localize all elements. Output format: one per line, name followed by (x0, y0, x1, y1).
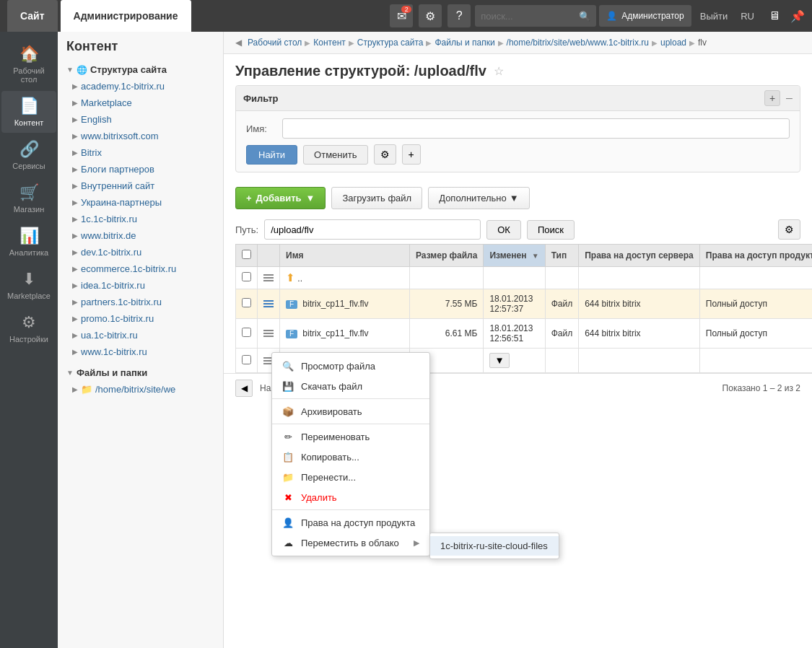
tree-item-files[interactable]: ▼ Файлы и папки (58, 364, 223, 381)
file-rights-server: 644 bitrix bitrix (579, 319, 700, 349)
row-menu-icon[interactable] (263, 330, 274, 337)
filter-minimize-button[interactable]: – (786, 92, 793, 105)
col-header-rights-server[interactable]: Права на доступ сервера (579, 245, 700, 267)
content-sidebar: Контент ▼ 🌐 Структура сайта ▶ academy.1c… (58, 32, 224, 648)
tree-item-structure[interactable]: ▼ 🌐 Структура сайта (58, 61, 223, 78)
ctx-delete[interactable]: ✖ Удалить (272, 487, 429, 507)
row-menu-icon[interactable] (263, 274, 274, 281)
tree-label: www.1c-bitrix.ru (81, 346, 147, 357)
tree-item-bitrix[interactable]: ▶ Bitrix (58, 144, 223, 161)
tree-item-ecommerce[interactable]: ▶ ecommerce.1c-bitrix.ru (58, 260, 223, 277)
col-header-name[interactable]: Имя (280, 245, 410, 267)
col-header-rights-product[interactable]: Права на доступ продукта (699, 245, 812, 267)
tree-item-1c[interactable]: ▶ 1c.1c-bitrix.ru (58, 211, 223, 227)
tree-item-dev[interactable]: ▶ dev.1c-bitrix.ru (58, 244, 223, 260)
breadcrumb-path[interactable]: /home/bitrix/site/web/www.1c-bitrix.ru (507, 38, 649, 48)
user-menu[interactable]: 👤 Администратор (599, 5, 691, 27)
tree-item-bitrixde[interactable]: ▶ www.bitrix.de (58, 227, 223, 244)
breadcrumb-structure[interactable]: Структура сайта (357, 38, 424, 48)
filter-gear-button[interactable]: ⚙ (374, 144, 396, 165)
col-header-menu (258, 245, 280, 267)
breadcrumb-upload[interactable]: upload (660, 38, 686, 48)
tree-arrow: ▶ (72, 99, 78, 107)
breadcrumb-files[interactable]: Файлы и папки (435, 38, 494, 48)
filter-find-button[interactable]: Найти (246, 145, 297, 165)
path-ok-button[interactable]: ОК (486, 220, 521, 240)
tree-item-ukraine[interactable]: ▶ Украина-партнеры (58, 194, 223, 211)
row-menu-icon[interactable] (263, 300, 274, 307)
ctx-rights[interactable]: 👤 Права на доступ продукта (272, 512, 429, 533)
tree-item-marketplace[interactable]: ▶ Marketplace (58, 95, 223, 111)
ctx-copy[interactable]: 📋 Копировать... (272, 447, 429, 467)
tree-item-academy[interactable]: ▶ academy.1c-bitrix.ru (58, 78, 223, 95)
filter-add-button[interactable]: + (764, 90, 780, 106)
tree-label: Украина-партнеры (81, 197, 162, 208)
pin-icon[interactable]: 📌 (790, 9, 805, 23)
monitor-icon[interactable]: 🖥 (763, 4, 786, 27)
tree-item-english[interactable]: ▶ English (58, 111, 223, 128)
more-button[interactable]: Дополнительно ▼ (428, 187, 529, 209)
upload-button[interactable]: Загрузить файл (331, 187, 422, 209)
ctx-archive[interactable]: 📦 Архивировать (272, 401, 429, 421)
settings-icon[interactable]: ⚙ (419, 4, 442, 27)
filter-actions: Найти Отменить ⚙ + (246, 144, 790, 165)
logout-button[interactable]: Выйти (694, 11, 734, 22)
path-search-button[interactable]: Поиск (527, 220, 575, 240)
breadcrumb-content[interactable]: Контент (313, 38, 345, 48)
tree-item-partners[interactable]: ▶ partners.1c-bitrix.ru (58, 294, 223, 310)
sidebar-item-content[interactable]: 📄 Контент (1, 91, 56, 133)
tree-item-internal[interactable]: ▶ Внутренний сайт (58, 178, 223, 194)
admin-tab[interactable]: Администрирование (61, 0, 191, 32)
context-menu: 🔍 Просмотр файла 💾 Скачать файл 📦 Архиви… (271, 352, 430, 556)
tree-item-promo[interactable]: ▶ promo.1c-bitrix.ru (58, 310, 223, 327)
tree-arrow: ▶ (72, 331, 78, 339)
filter-name-input[interactable] (282, 118, 790, 139)
page-title: Управление структурой: /upload/flv (235, 63, 486, 79)
path-label: Путь: (235, 224, 258, 235)
ctx-view[interactable]: 🔍 Просмотр файла (272, 356, 429, 376)
add-button[interactable]: + Добавить ▼ (235, 187, 326, 209)
filter-plus-button[interactable]: + (402, 144, 421, 165)
select-all-checkbox[interactable] (242, 250, 251, 259)
file-rights-product: Полный доступ (699, 289, 812, 319)
tree-item-idea[interactable]: ▶ idea.1c-bitrix.ru (58, 277, 223, 294)
col-header-size[interactable]: Размер файла (410, 245, 484, 267)
col-header-changed[interactable]: Изменен ▼ (484, 245, 545, 267)
tree-item-ua[interactable]: ▶ ua.1c-bitrix.ru (58, 327, 223, 343)
row-checkbox[interactable] (242, 272, 251, 281)
ctx-download[interactable]: 💾 Скачать файл (272, 376, 429, 396)
tree-item-homepath[interactable]: ▶ 📁 /home/bitrix/site/we (58, 381, 223, 398)
tree-arrow: ▶ (72, 248, 78, 256)
lang-selector[interactable]: RU (736, 11, 759, 22)
favorite-icon[interactable]: ☆ (494, 64, 504, 78)
ctx-rename[interactable]: ✏ Переименовать (272, 426, 429, 447)
ctx-delete-label: Удалить (301, 492, 337, 503)
row-checkbox[interactable] (242, 328, 251, 337)
tree-item-1cbitrix[interactable]: ▶ www.1c-bitrix.ru (58, 343, 223, 360)
ctx-move[interactable]: 📁 Перенести... (272, 467, 429, 487)
page-prev-button[interactable]: ◀ (235, 380, 253, 397)
tree-item-bitrixsoft[interactable]: ▶ www.bitrixsoft.com (58, 128, 223, 144)
row-checkbox[interactable] (242, 355, 251, 364)
messages-icon[interactable]: ✉ 2 (390, 4, 413, 27)
breadcrumb-desktop[interactable]: Рабочий стол (248, 38, 302, 48)
date-dropdown-button[interactable]: ▼ (489, 353, 509, 368)
sidebar-item-services[interactable]: 🔗 Сервисы (1, 134, 56, 176)
col-header-type[interactable]: Тип (545, 245, 579, 267)
tree-item-blogs[interactable]: ▶ Блоги партнеров (58, 161, 223, 178)
ctx-cloud[interactable]: ☁ Переместить в облако ▶ 1c-bitrix-ru-si… (272, 533, 429, 553)
help-icon[interactable]: ? (448, 4, 471, 27)
filter-cancel-button[interactable]: Отменить (303, 145, 367, 165)
sidebar-item-marketplace[interactable]: ⬇ Marketplace (1, 264, 56, 306)
ctx-cloud-files[interactable]: 1c-bitrix-ru-site-cloud-files (430, 536, 559, 556)
sidebar-item-dashboard[interactable]: 🏠 Рабочий стол (1, 39, 56, 89)
search-input[interactable] (481, 11, 575, 22)
path-input[interactable] (264, 219, 481, 240)
path-settings-button[interactable]: ⚙ (778, 219, 800, 240)
sidebar-item-shop[interactable]: 🛒 Магазин (1, 178, 56, 219)
site-tab[interactable]: Сайт (7, 0, 58, 32)
row-checkbox[interactable] (242, 298, 251, 307)
sidebar-item-analytics[interactable]: 📊 Аналитика (1, 221, 56, 263)
sidebar-item-settings[interactable]: ⚙ Настройки (1, 307, 56, 349)
tree-arrow: ▶ (72, 165, 78, 173)
